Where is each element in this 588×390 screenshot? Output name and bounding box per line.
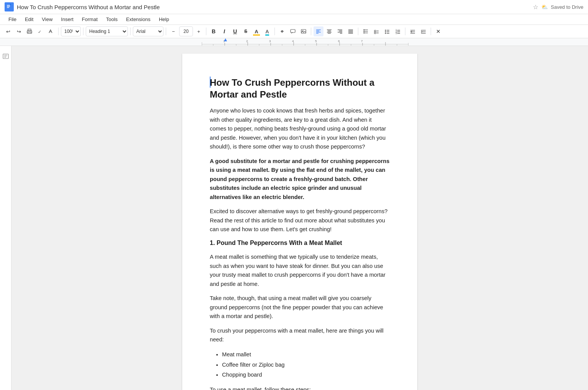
separator6	[274, 28, 275, 35]
undo-button[interactable]: ↩	[3, 26, 13, 36]
bold-button[interactable]: B	[209, 26, 219, 36]
list-item[interactable]: Coffee filter or Ziploc bag	[222, 360, 390, 370]
separator4	[166, 28, 166, 35]
insert-comment-button[interactable]	[288, 26, 298, 36]
steps-intro-paragraph[interactable]: To use a meat mallet, follow these steps…	[210, 385, 390, 390]
svg-rect-6	[28, 32, 31, 33]
excited-paragraph[interactable]: Excited to discover alternative ways to …	[210, 207, 390, 234]
section1-para3[interactable]: To crush your peppercorns with a meat ma…	[210, 326, 390, 344]
decrease-indent-button[interactable]	[408, 26, 418, 36]
font-select[interactable]: Arial Times New Roman Georgia	[133, 26, 163, 36]
separator8	[358, 28, 358, 35]
svg-point-40	[385, 33, 386, 34]
drive-icon[interactable]: ⛅	[541, 4, 548, 10]
print-button[interactable]	[24, 26, 34, 36]
svg-point-38	[385, 31, 386, 33]
list-item[interactable]: Chopping board	[222, 370, 390, 380]
section1-para2[interactable]: Take note, though, that using a meat mal…	[210, 294, 390, 321]
spellcheck-button[interactable]: ✓	[35, 26, 45, 36]
menu-file[interactable]: File	[5, 15, 20, 24]
separator3	[130, 28, 131, 35]
svg-rect-3	[7, 7, 9, 8]
document-page: How To Crush Peppercorns Without a Morta…	[182, 54, 417, 390]
strikethrough-button[interactable]: S	[241, 26, 251, 36]
svg-rect-1	[7, 5, 10, 6]
menu-help[interactable]: Help	[155, 15, 173, 24]
intro-paragraph[interactable]: Anyone who loves to cook knows that fres…	[210, 106, 390, 151]
align-left-button[interactable]	[314, 26, 323, 36]
menu-view[interactable]: View	[38, 15, 56, 24]
zoom-select[interactable]: 100% 75% 125% 150%	[61, 26, 81, 36]
left-sidebar	[0, 46, 11, 390]
svg-rect-34	[374, 32, 376, 34]
font-size-input[interactable]	[179, 26, 193, 36]
svg-rect-32	[374, 30, 376, 32]
numbered-list-button[interactable]: 1.2.3.	[393, 26, 403, 36]
font-size-increase-button[interactable]: +	[194, 26, 204, 36]
text-color-button[interactable]: A	[252, 26, 261, 36]
ruler: 1 2 3 4 5 6 7	[0, 38, 588, 46]
align-center-button[interactable]	[324, 26, 334, 36]
separator9	[405, 28, 405, 35]
menu-insert[interactable]: Insert	[57, 15, 77, 24]
outline-icon[interactable]	[2, 53, 9, 60]
menu-bar: File Edit View Insert Format Tools Exten…	[0, 14, 588, 25]
menu-format[interactable]: Format	[78, 15, 101, 24]
checklist-button[interactable]	[371, 26, 381, 36]
font-size-decrease-button[interactable]: −	[168, 26, 178, 36]
svg-text:6: 6	[338, 39, 340, 43]
list-item[interactable]: Meat mallet	[222, 349, 390, 359]
page-area[interactable]: How To Crush Peppercorns Without a Morta…	[11, 46, 588, 390]
separator7	[311, 28, 311, 35]
redo-button[interactable]: ↪	[14, 26, 24, 36]
menu-tools[interactable]: Tools	[102, 15, 121, 24]
bold-summary-paragraph[interactable]: A good substitute for a mortar and pestl…	[210, 157, 390, 202]
toolbar: ↩ ↪ ✓ 100% 75% 125% 150% Heading 1 Headi…	[0, 25, 588, 38]
underline-button[interactable]: U	[230, 26, 240, 36]
bullets-button[interactable]	[382, 26, 392, 36]
style-select[interactable]: Heading 1 Heading 2 Heading 3 Normal tex…	[86, 26, 128, 36]
svg-text:4: 4	[292, 39, 294, 43]
section1-para1[interactable]: A meat mallet is something that we typic…	[210, 253, 390, 289]
title-bar: How To Crush Peppercorns Without a Morta…	[0, 0, 588, 14]
highlight-button[interactable]: A	[262, 26, 272, 36]
menu-extensions[interactable]: Extensions	[122, 15, 154, 24]
main-area: How To Crush Peppercorns Without a Morta…	[0, 46, 588, 390]
materials-list: Meat mallet Coffee filter or Ziploc bag …	[222, 349, 390, 380]
separator10	[431, 28, 431, 35]
svg-rect-2	[7, 6, 10, 7]
align-right-button[interactable]	[335, 26, 345, 36]
insert-image-button[interactable]	[299, 26, 309, 36]
separator1	[58, 28, 59, 35]
svg-text:5: 5	[315, 39, 317, 43]
save-status: Saved to Drive	[551, 4, 583, 10]
document-heading[interactable]: How To Crush Peppercorns Without a Morta…	[210, 77, 390, 100]
svg-text:✓: ✓	[38, 29, 41, 34]
align-justify-button[interactable]	[346, 26, 356, 36]
svg-text:2: 2	[246, 39, 248, 43]
svg-text:3: 3	[269, 39, 271, 43]
line-spacing-button[interactable]	[361, 26, 371, 36]
section1-heading[interactable]: 1. Pound The Peppercorns With a Meat Mal…	[210, 239, 390, 247]
svg-text:7: 7	[361, 39, 363, 43]
insert-link-button[interactable]	[277, 26, 287, 36]
document-title[interactable]: How To Crush Peppercorns Without a Morta…	[17, 4, 530, 10]
increase-indent-button[interactable]	[418, 26, 428, 36]
menu-edit[interactable]: Edit	[21, 15, 37, 24]
separator5	[206, 28, 206, 35]
italic-button[interactable]: I	[219, 26, 229, 36]
svg-rect-9	[291, 29, 295, 33]
clear-formatting-button[interactable]: ✕	[433, 26, 443, 36]
star-icon[interactable]: ☆	[533, 3, 538, 11]
separator2	[83, 28, 83, 35]
svg-point-36	[385, 30, 386, 31]
cursor	[210, 77, 211, 88]
paint-format-button[interactable]	[46, 26, 56, 36]
doc-icon	[5, 2, 14, 11]
